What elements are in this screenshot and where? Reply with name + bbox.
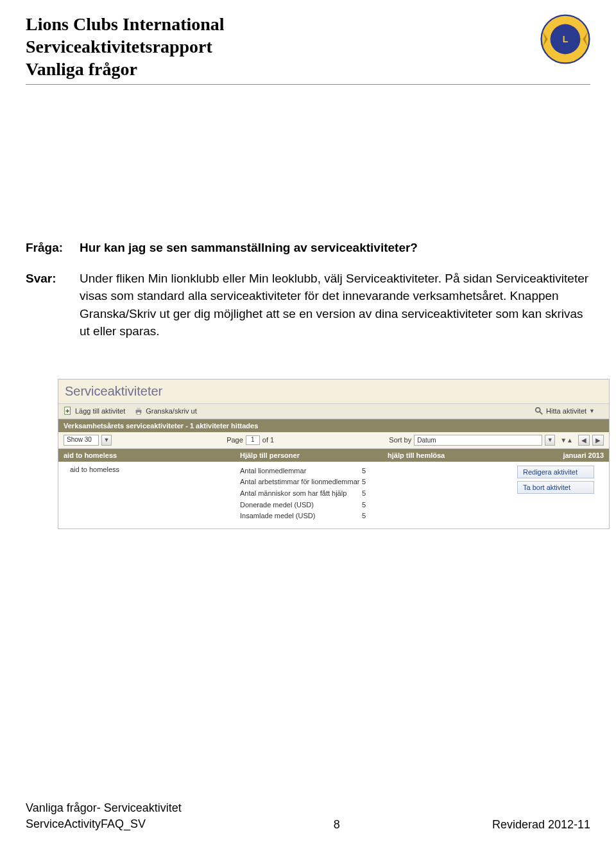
edit-activity-button[interactable]: Redigera aktivitet xyxy=(517,466,594,478)
page-number-input[interactable]: 1 xyxy=(246,435,260,445)
page-header: Lions Clubs International Serviceaktivit… xyxy=(26,13,590,85)
col-name: aid to homeless xyxy=(64,451,240,459)
row-stats: Antal lionmedlemmar5 Antal arbetstimmar … xyxy=(240,466,388,522)
svg-rect-5 xyxy=(66,410,69,412)
question-text: Hur kan jag se sen sammanställning av se… xyxy=(80,239,590,257)
page-size-dropdown-button[interactable]: ▼ xyxy=(101,435,112,446)
add-activity-label: Lägg till aktivitet xyxy=(75,407,125,415)
row-name: aid to homeless xyxy=(64,466,240,522)
find-activity-label: Hitta aktivitet xyxy=(546,407,586,415)
svg-point-9 xyxy=(536,408,540,412)
print-label: Granska/skriv ut xyxy=(146,407,196,415)
list-controls: Show 30 ▼ Page 1 of 1 Sort by Datum ▼ ▼▲… xyxy=(58,432,609,449)
page-label: Page xyxy=(227,436,243,444)
find-activity-button[interactable]: Hitta aktivitet ▼ xyxy=(535,406,595,415)
sort-select[interactable]: Datum xyxy=(414,435,542,446)
stat-label: Antal människor som har fått hjälp xyxy=(240,488,362,500)
print-button[interactable]: Granska/skriv ut xyxy=(134,406,196,415)
stat-label: Insamlade medel (USD) xyxy=(240,511,362,522)
delete-activity-button[interactable]: Ta bort aktivitet xyxy=(517,481,594,494)
sort-dropdown-button[interactable]: ▼ xyxy=(545,435,555,446)
add-activity-button[interactable]: Lägg till aktivitet xyxy=(64,406,125,415)
stat-value: 5 xyxy=(362,511,381,522)
footer-left-1: Vanliga frågor- Serviceaktivitet xyxy=(26,800,182,816)
sort-direction-icon[interactable]: ▼▲ xyxy=(560,437,573,444)
col-description: hjälp till hemlösa xyxy=(388,451,546,459)
stat-value: 5 xyxy=(362,488,381,500)
qa-section: Fråga: Hur kan jag se sen sammanställnin… xyxy=(26,239,590,340)
sort-by-label: Sort by xyxy=(389,436,411,444)
stat-value: 5 xyxy=(362,476,381,488)
svg-line-10 xyxy=(540,412,542,414)
results-summary: Verksamhetsårets serviceaktiviteter - 1 … xyxy=(58,419,609,432)
header-line2: Serviceaktivitetsrapport xyxy=(26,35,225,58)
search-icon xyxy=(535,406,543,415)
answer-text: Under fliken Min lionklubb eller Min leo… xyxy=(80,270,590,340)
app-screenshot: Serviceaktiviteter Lägg till aktivitet G… xyxy=(58,379,610,529)
plus-doc-icon xyxy=(64,406,73,415)
next-page-button[interactable]: ▶ xyxy=(592,435,604,446)
col-category: Hjälp till personer xyxy=(240,451,388,459)
header-line3: Vanliga frågor xyxy=(26,58,225,80)
page-footer: Vanliga frågor- Serviceaktivitet Service… xyxy=(26,800,590,832)
chevron-down-icon: ▼ xyxy=(547,437,553,443)
stat-label: Antal lionmedlemmar xyxy=(240,466,362,477)
prev-page-button[interactable]: ◀ xyxy=(578,435,590,446)
col-date: januari 2013 xyxy=(546,451,604,459)
svg-text:L: L xyxy=(563,34,569,44)
panel-title: Serviceaktiviteter xyxy=(58,380,609,404)
footer-left-2: ServiceActivityFAQ_SV xyxy=(26,816,182,832)
question-label: Fråga: xyxy=(26,239,71,257)
page-number: 8 xyxy=(334,818,340,832)
footer-right: Reviderad 2012-11 xyxy=(492,818,590,832)
page-of-label: of 1 xyxy=(262,436,274,444)
header-line1: Lions Clubs International xyxy=(26,13,225,35)
chevron-down-icon: ▼ xyxy=(589,408,595,414)
header-titles: Lions Clubs International Serviceaktivit… xyxy=(26,13,225,80)
svg-rect-8 xyxy=(137,412,141,415)
table-row: aid to homeless Antal lionmedlemmar5 Ant… xyxy=(58,462,609,528)
printer-icon xyxy=(134,406,143,415)
stat-value: 5 xyxy=(362,466,381,477)
answer-label: Svar: xyxy=(26,270,71,340)
column-headers: aid to homeless Hjälp till personer hjäl… xyxy=(58,449,609,462)
toolbar: Lägg till aktivitet Granska/skriv ut Hit… xyxy=(58,404,609,419)
stat-value: 5 xyxy=(362,500,381,511)
lions-logo-icon: L xyxy=(540,14,590,64)
chevron-down-icon: ▼ xyxy=(104,437,110,443)
stat-label: Antal arbetstimmar för lionmedlemmar xyxy=(240,476,362,488)
stat-label: Donerade medel (USD) xyxy=(240,500,362,511)
svg-rect-7 xyxy=(137,408,141,410)
page-size-select[interactable]: Show 30 xyxy=(64,435,99,446)
